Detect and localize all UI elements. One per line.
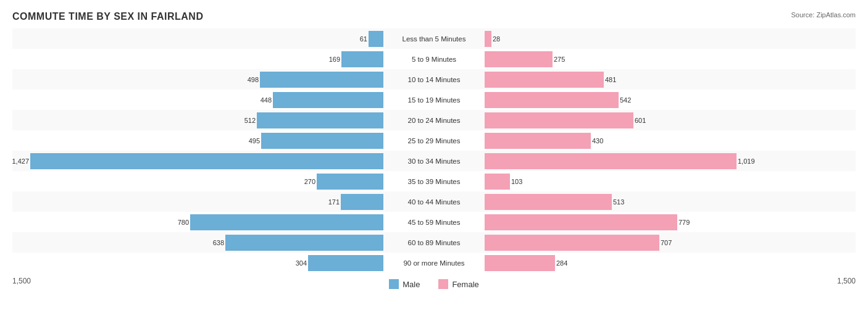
male-bar	[308, 255, 383, 271]
female-bar	[485, 92, 619, 108]
female-value: 707	[661, 239, 672, 246]
row-label: 15 to 19 Minutes	[383, 96, 485, 104]
female-bar	[485, 255, 555, 271]
male-bar	[273, 92, 383, 108]
male-bar	[190, 214, 383, 230]
row-label: Less than 5 Minutes	[383, 35, 485, 43]
row-label: 5 to 9 Minutes	[383, 56, 485, 63]
male-bar	[317, 174, 383, 190]
table-row: 638 60 to 89 Minutes 707	[12, 232, 856, 253]
female-bar	[485, 153, 737, 169]
male-value: 638	[213, 239, 224, 246]
male-bar	[341, 51, 383, 67]
row-label: 60 to 89 Minutes	[383, 239, 485, 246]
female-bar	[485, 31, 491, 47]
chart-container: COMMUTE TIME BY SEX IN FAIRLAND Source: …	[0, 0, 868, 323]
female-bar	[485, 214, 677, 230]
rows-container: 61 Less than 5 Minutes 28 169 5 to 9 Min…	[12, 28, 856, 273]
male-bar	[260, 72, 383, 88]
male-value: 495	[249, 137, 260, 145]
female-value: 103	[511, 178, 522, 185]
female-bar	[485, 51, 553, 67]
table-row: 512 20 to 24 Minutes 601	[12, 110, 856, 130]
legend: Male Female	[389, 279, 479, 289]
table-row: 171 40 to 44 Minutes 513	[12, 191, 856, 212]
legend-male: Male	[389, 279, 420, 289]
female-value: 28	[493, 35, 500, 43]
male-bar	[225, 235, 383, 251]
female-bar	[485, 133, 591, 149]
male-bar	[257, 112, 383, 128]
female-value: 284	[556, 259, 567, 267]
legend-female: Female	[438, 279, 478, 289]
female-value: 542	[620, 96, 631, 104]
row-label: 10 to 14 Minutes	[383, 76, 485, 83]
row-label: 90 or more Minutes	[383, 259, 485, 267]
female-bar	[485, 112, 633, 128]
female-value: 481	[605, 76, 616, 83]
row-label: 45 to 59 Minutes	[383, 219, 485, 226]
male-value: 1,427	[12, 157, 29, 165]
row-label: 25 to 29 Minutes	[383, 137, 485, 145]
table-row: 304 90 or more Minutes 284	[12, 253, 856, 273]
male-value: 169	[329, 56, 340, 63]
male-legend-box	[389, 279, 399, 289]
female-bar	[485, 174, 510, 190]
male-value: 171	[328, 198, 340, 206]
row-label: 40 to 44 Minutes	[383, 198, 485, 206]
female-value: 779	[678, 219, 690, 226]
male-legend-label: Male	[403, 280, 420, 289]
female-value: 601	[635, 117, 646, 124]
male-bar	[261, 133, 383, 149]
male-value: 780	[178, 219, 189, 226]
axis-bottom: 1,500 Male Female 1,500	[12, 277, 856, 289]
table-row: 780 45 to 59 Minutes 779	[12, 212, 856, 232]
male-bar	[369, 31, 383, 47]
female-value: 1,019	[738, 157, 755, 165]
male-value: 270	[304, 178, 315, 185]
table-row: 270 35 to 39 Minutes 103	[12, 171, 856, 191]
female-legend-label: Female	[452, 280, 478, 289]
male-bar	[341, 194, 383, 210]
female-legend-box	[438, 279, 448, 289]
female-bar	[485, 235, 659, 251]
row-label: 20 to 24 Minutes	[383, 117, 485, 124]
chart-title: COMMUTE TIME BY SEX IN FAIRLAND	[12, 11, 856, 22]
female-bar	[485, 194, 612, 210]
table-row: 1,427 30 to 34 Minutes 1,019	[12, 151, 856, 171]
male-value: 61	[360, 35, 367, 43]
table-row: 169 5 to 9 Minutes 275	[12, 49, 856, 69]
male-value: 512	[244, 117, 256, 124]
row-label: 30 to 34 Minutes	[383, 157, 485, 165]
female-value: 275	[554, 56, 565, 63]
female-value: 430	[592, 137, 603, 145]
axis-left-label: 1,500	[12, 277, 31, 289]
axis-right-label: 1,500	[837, 277, 856, 289]
chart-area: 61 Less than 5 Minutes 28 169 5 to 9 Min…	[12, 28, 856, 279]
table-row: 495 25 to 29 Minutes 430	[12, 130, 856, 151]
table-row: 61 Less than 5 Minutes 28	[12, 28, 856, 49]
male-bar	[30, 153, 383, 169]
male-value: 498	[248, 76, 259, 83]
row-label: 35 to 39 Minutes	[383, 178, 485, 185]
male-value: 304	[296, 259, 307, 267]
table-row: 498 10 to 14 Minutes 481	[12, 69, 856, 90]
female-bar	[485, 72, 604, 88]
male-value: 448	[261, 96, 272, 104]
source-label: Source: ZipAtlas.com	[791, 11, 856, 19]
table-row: 448 15 to 19 Minutes 542	[12, 90, 856, 110]
female-value: 513	[613, 198, 624, 206]
